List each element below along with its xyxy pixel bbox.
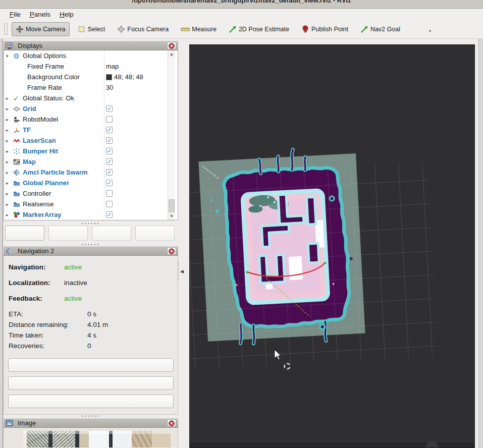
rename-button[interactable] <box>135 226 175 241</box>
window-title: /opt/ros/humble/share/nav2_bringup/rviz/… <box>0 0 483 4</box>
enable-checkbox[interactable]: ✓ <box>106 105 113 112</box>
property-value[interactable]: 48; 48; 48 <box>114 73 143 81</box>
splitter-handle[interactable]: •••••• <box>71 221 111 226</box>
expander-icon[interactable]: ▸ <box>6 212 13 217</box>
splitter-handle[interactable]: •••••• <box>71 414 111 418</box>
expander-icon[interactable]: ▸ <box>6 128 13 133</box>
focus-camera-icon <box>117 25 125 33</box>
tool-nav2-goal[interactable]: Nav2 Goal <box>356 22 404 36</box>
tool-add-tool-icon[interactable] <box>408 26 416 32</box>
tree-row-global-planner[interactable]: ▸ Global Planner ✓ <box>4 178 178 188</box>
expander-icon[interactable]: ▸ <box>6 159 13 164</box>
menu-item-file[interactable]: File <box>5 10 25 19</box>
dropdown-caret-icon[interactable]: ▾ <box>429 29 431 33</box>
panel-title: Image <box>18 419 165 427</box>
tree-scrollbar[interactable]: ▲ ▼ <box>168 50 175 220</box>
expander-icon[interactable]: ▸ <box>6 181 13 186</box>
tree-row-tf[interactable]: ▸ TF ✓ <box>4 125 178 135</box>
property-value[interactable]: map <box>106 63 119 70</box>
expander-icon[interactable]: ▸ <box>6 170 13 175</box>
tree-row-map[interactable]: ▸ Map ✓ <box>4 156 178 167</box>
tool-select[interactable]: Select <box>74 22 110 36</box>
menu-item-help[interactable]: Help <box>55 10 78 19</box>
tree-row-global-options[interactable]: ▾ ⚙ Global Options <box>4 50 178 61</box>
expander-icon[interactable]: ▸ <box>6 202 13 207</box>
tool-2d-pose-estimate[interactable]: 2D Pose Estimate <box>225 22 293 36</box>
enable-checkbox[interactable]: ✓ <box>106 158 113 165</box>
move-camera-icon <box>16 25 24 33</box>
robot-model-icon <box>13 116 20 123</box>
toolbar: Move Camera Select Focus Camera Measure … <box>0 20 483 39</box>
3d-viewport[interactable] <box>189 44 475 448</box>
displays-panel-header[interactable]: Displays <box>4 41 178 50</box>
close-icon <box>169 43 175 49</box>
folder-icon <box>13 180 20 187</box>
3d-scene <box>190 45 474 447</box>
enable-checkbox[interactable] <box>106 190 113 197</box>
close-button[interactable] <box>167 419 176 427</box>
tree-row-laserscan[interactable]: ▸ LaserScan ✓ <box>4 135 178 146</box>
image-panel-header[interactable]: Image <box>4 418 178 428</box>
add-button[interactable] <box>5 226 44 241</box>
tree-row-realsense[interactable]: ▸ Realsense <box>4 199 178 209</box>
tree-row-background-color[interactable]: Background Color 48; 48; 48 <box>4 72 178 82</box>
status-row: Feedback: active <box>4 295 178 310</box>
close-button[interactable] <box>167 247 176 255</box>
enable-checkbox[interactable] <box>106 116 113 123</box>
toolbar-drag-handle[interactable] <box>4 23 8 35</box>
menu-bar: FilePanelsHelp <box>0 9 483 20</box>
remove-button[interactable] <box>92 226 131 241</box>
tree-row-fixed-frame[interactable]: Fixed Frame map <box>4 61 178 72</box>
expander-icon[interactable]: ▸ <box>6 96 13 101</box>
close-icon <box>169 420 175 426</box>
color-swatch <box>106 74 112 80</box>
expander-icon[interactable]: ▸ <box>6 149 13 154</box>
expander-icon[interactable]: ▸ <box>6 191 13 196</box>
metric-row: Distance remaining: 4.01 m <box>4 321 178 331</box>
tree-row-global-status-ok[interactable]: ▸ ✓ Global Status: Ok <box>4 93 178 103</box>
expander-icon[interactable]: ▾ <box>6 53 13 59</box>
tool-move-camera[interactable]: Move Camera <box>12 22 70 36</box>
tree-row-frame-rate[interactable]: Frame Rate 30 <box>4 82 178 93</box>
duplicate-button[interactable] <box>48 226 88 241</box>
tree-row-robotmodel[interactable]: ▸ RobotModel <box>4 114 178 125</box>
gear-icon: ⚙ <box>13 52 20 60</box>
enable-checkbox[interactable]: ✓ <box>106 169 113 176</box>
grid-icon <box>13 105 20 113</box>
navigation2-panel-header[interactable]: Navigation 2 <box>4 246 178 256</box>
tree-row-amcl-particle-swarm[interactable]: ▸ Amcl Particle Swarm ✓ <box>4 167 178 178</box>
enable-checkbox[interactable]: ✓ <box>106 127 113 133</box>
tree-row-controller[interactable]: ▸ Controller <box>4 188 178 199</box>
displays-panel: Displays ▾ ⚙ Global Options Fixed Frame … <box>4 41 178 220</box>
tool-measure[interactable]: Measure <box>177 23 221 36</box>
tool-focus-camera[interactable]: Focus Camera <box>113 22 173 36</box>
scroll-up-icon[interactable]: ▲ <box>168 50 175 58</box>
scroll-down-icon[interactable]: ▼ <box>168 212 175 220</box>
reset-button[interactable] <box>8 376 174 390</box>
enable-checkbox[interactable]: ✓ <box>106 211 113 218</box>
enable-checkbox[interactable]: ✓ <box>106 137 113 144</box>
panel-title: Navigation 2 <box>18 247 165 255</box>
metric-row: Recoveries: 0 <box>4 342 178 353</box>
tool-remove-tool-icon[interactable]: ▾ <box>420 26 428 32</box>
expander-icon[interactable]: ▸ <box>6 117 13 122</box>
navigation2-body: Navigation: active Localization: inactiv… <box>4 256 178 415</box>
folder-icon <box>13 190 20 197</box>
pause-button[interactable] <box>8 358 174 372</box>
tree-row-markerarray[interactable]: ▸ MarkerArray ✓ <box>4 209 178 220</box>
tool-publish-point[interactable]: Publish Point <box>297 22 352 36</box>
menu-item-panels[interactable]: Panels <box>25 10 55 19</box>
map-icon <box>13 158 20 165</box>
tree-row-grid[interactable]: ▸ Grid ✓ <box>4 103 178 114</box>
panel-collapse-handle[interactable]: ◀ <box>178 261 186 282</box>
enable-checkbox[interactable]: ✓ <box>106 148 113 154</box>
expander-icon[interactable]: ▸ <box>6 138 13 143</box>
property-value[interactable]: 30 <box>106 84 113 91</box>
close-button[interactable] <box>167 42 176 49</box>
displays-tree: ▾ ⚙ Global Options Fixed Frame map Backg… <box>4 50 178 220</box>
enable-checkbox[interactable]: ✓ <box>106 180 113 186</box>
waypoint-nav-through-poses-mode-button[interactable] <box>8 395 174 408</box>
tree-row-bumper-hit[interactable]: ▸ Bumper Hit ✓ <box>4 146 178 156</box>
enable-checkbox[interactable] <box>106 201 113 207</box>
expander-icon[interactable]: ▸ <box>6 106 13 111</box>
